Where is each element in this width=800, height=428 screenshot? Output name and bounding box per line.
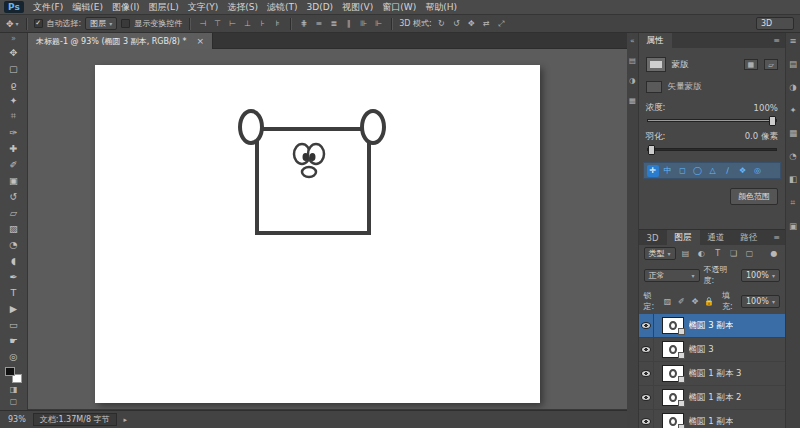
hand-tool[interactable]: ☛ bbox=[3, 332, 25, 348]
dodge-tool[interactable]: ◖ bbox=[3, 252, 25, 268]
blend-mode-dropdown[interactable]: 正常 ▾ bbox=[644, 269, 700, 282]
layer-thumbnail[interactable] bbox=[662, 341, 684, 358]
align-left-icon[interactable]: ⊣ bbox=[197, 19, 208, 28]
align-right-icon[interactable]: ⊢ bbox=[227, 19, 238, 28]
menu-item-file[interactable]: 文件(F) bbox=[33, 1, 63, 14]
add-pixel-mask-icon[interactable]: ▦ bbox=[744, 59, 758, 70]
screen-mode-button[interactable]: ▢ bbox=[3, 395, 25, 407]
half-block-icon[interactable]: ◧ bbox=[789, 174, 797, 184]
density-value[interactable]: 100% bbox=[754, 103, 778, 113]
type-tool[interactable]: T bbox=[3, 284, 25, 300]
eraser-tool[interactable]: ▱ bbox=[3, 204, 25, 220]
mask-target-icon[interactable]: ✛ bbox=[647, 165, 659, 177]
lock-transparency-icon[interactable]: ▨ bbox=[663, 297, 673, 306]
show-transform-checkbox[interactable] bbox=[121, 19, 130, 28]
tool-preset-picker[interactable]: ✥ ▾ bbox=[6, 19, 19, 29]
blur-tool[interactable]: ◔ bbox=[3, 236, 25, 252]
filter-type-dropdown[interactable]: 类型 ▾ bbox=[644, 247, 676, 260]
distribute-bottom-icon[interactable]: ≣ bbox=[328, 19, 339, 28]
menu-item-layer[interactable]: 图层(L) bbox=[149, 1, 179, 14]
distribute-h-center-icon[interactable]: ⊪ bbox=[358, 19, 369, 28]
lock-pixels-icon[interactable]: ✐ bbox=[676, 297, 686, 306]
tab-layers[interactable]: 图层 bbox=[667, 230, 700, 245]
layer-name[interactable]: 椭圆 1 副本 bbox=[689, 416, 734, 428]
magnifier-icon[interactable]: ◎ bbox=[752, 165, 764, 177]
custom-shape-icon[interactable]: ❖ bbox=[737, 165, 749, 177]
layer-row[interactable]: 椭圆 1 副本 3 bbox=[639, 362, 785, 386]
add-vector-mask-icon[interactable]: ▱ bbox=[764, 59, 778, 70]
color-range-button[interactable]: 颜色范围 bbox=[730, 188, 778, 205]
path-selection-tool[interactable]: ▶ bbox=[3, 300, 25, 316]
healing-brush-tool[interactable]: ✚ bbox=[3, 140, 25, 156]
vector-mask-thumbnail[interactable] bbox=[646, 81, 662, 93]
density-slider[interactable] bbox=[647, 119, 777, 122]
zoom-tool[interactable]: ◎ bbox=[3, 348, 25, 364]
align-h-center-icon[interactable]: ⊤ bbox=[212, 19, 223, 28]
layer-visibility-toggle[interactable] bbox=[639, 410, 654, 428]
move-tool[interactable]: ✥ bbox=[3, 44, 25, 60]
contrast-icon[interactable]: ◑ bbox=[789, 82, 796, 92]
layer-visibility-toggle[interactable] bbox=[639, 362, 654, 385]
menu-item-view[interactable]: 视图(V) bbox=[342, 1, 373, 14]
layer-row[interactable]: 椭圆 1 副本 2 bbox=[639, 386, 785, 410]
table-panel-icon[interactable]: ▦ bbox=[629, 96, 636, 105]
align-v-center-icon[interactable]: ⊦ bbox=[257, 19, 268, 28]
fill-field[interactable]: 100% ▾ bbox=[741, 295, 780, 308]
brush-tool[interactable]: ✐ bbox=[3, 156, 25, 172]
layer-thumbnail[interactable] bbox=[662, 413, 684, 428]
ellipse-icon[interactable]: ◯ bbox=[692, 165, 704, 177]
eyedropper-tool[interactable]: ✑ bbox=[3, 124, 25, 140]
layer-thumbnail[interactable] bbox=[662, 317, 684, 334]
menu-item-image[interactable]: 图像(I) bbox=[112, 1, 140, 14]
layer-row[interactable]: 椭圆 3 bbox=[639, 338, 785, 362]
3d-slide-icon[interactable]: ⇄ bbox=[481, 19, 492, 28]
tab-3d[interactable]: 3D bbox=[639, 230, 667, 245]
tab-channels[interactable]: 通道 bbox=[700, 230, 733, 245]
line-icon[interactable]: ∕ bbox=[722, 165, 734, 177]
tab-paths[interactable]: 路径 bbox=[733, 230, 766, 245]
type-filter-icon[interactable]: T bbox=[712, 249, 724, 258]
color-swatches[interactable] bbox=[5, 367, 22, 383]
distribute-left-icon[interactable]: ∥ bbox=[343, 19, 354, 28]
3d-rotate-icon[interactable]: ↻ bbox=[436, 19, 447, 28]
layer-thumbnail[interactable] bbox=[662, 389, 684, 406]
auto-select-checkbox[interactable]: ✓ bbox=[34, 19, 43, 28]
menu-item-type[interactable]: 文字(Y) bbox=[188, 1, 219, 14]
distribute-v-center-icon[interactable]: ≡ bbox=[313, 19, 324, 28]
feather-value[interactable]: 0.0 像素 bbox=[745, 131, 778, 143]
adjustment-filter-icon[interactable]: ◐ bbox=[696, 249, 708, 258]
table-icon[interactable]: ▦ bbox=[789, 128, 797, 138]
grid-icon[interactable]: ▤ bbox=[789, 59, 797, 69]
gradient-tool[interactable]: ▨ bbox=[3, 220, 25, 236]
menu-item-3d[interactable]: 3D(D) bbox=[306, 2, 333, 12]
workspace-badge[interactable]: 3D bbox=[756, 17, 794, 30]
square-icon[interactable]: ▣ bbox=[789, 221, 797, 231]
polygon-icon[interactable]: △ bbox=[707, 165, 719, 177]
menu-item-edit[interactable]: 编辑(E) bbox=[72, 1, 103, 14]
history-brush-tool[interactable]: ↺ bbox=[3, 188, 25, 204]
foreground-color-swatch[interactable] bbox=[5, 367, 15, 376]
layer-name[interactable]: 椭圆 3 副本 bbox=[689, 320, 734, 332]
layer-thumbnail[interactable] bbox=[662, 365, 684, 382]
lock-all-icon[interactable]: 🔒 bbox=[704, 297, 714, 306]
document-canvas[interactable] bbox=[95, 65, 540, 403]
marquee-tool[interactable]: ▢ bbox=[3, 60, 25, 76]
opacity-field[interactable]: 100% ▾ bbox=[741, 269, 780, 282]
layer-name[interactable]: 椭圆 1 副本 2 bbox=[689, 392, 742, 404]
hash-icon[interactable]: ⌗ bbox=[791, 197, 796, 208]
menu-item-window[interactable]: 窗口(W) bbox=[382, 1, 416, 14]
expand-panels-icon[interactable]: « bbox=[630, 36, 635, 45]
auto-select-dropdown[interactable]: 图层 ▾ bbox=[85, 17, 117, 30]
crop-tool[interactable]: ⌗ bbox=[3, 108, 25, 124]
canvas-pasteboard[interactable] bbox=[28, 49, 627, 409]
layer-visibility-toggle[interactable] bbox=[639, 314, 654, 337]
layer-name[interactable]: 椭圆 1 副本 3 bbox=[689, 368, 742, 380]
layer-row[interactable]: 椭圆 1 副本 bbox=[639, 410, 785, 428]
clock-icon[interactable]: ◔ bbox=[789, 151, 796, 161]
document-tab[interactable]: 未标题-1 @ 93% (椭圆 3 副本, RGB/8) * × bbox=[28, 33, 213, 49]
shape-tool[interactable]: ▭ bbox=[3, 316, 25, 332]
density-slider-knob[interactable] bbox=[769, 116, 776, 126]
center-text-icon[interactable]: 中 bbox=[662, 165, 674, 177]
distribute-right-icon[interactable]: ⊩ bbox=[373, 19, 384, 28]
align-top-icon[interactable]: ⊥ bbox=[242, 19, 253, 28]
